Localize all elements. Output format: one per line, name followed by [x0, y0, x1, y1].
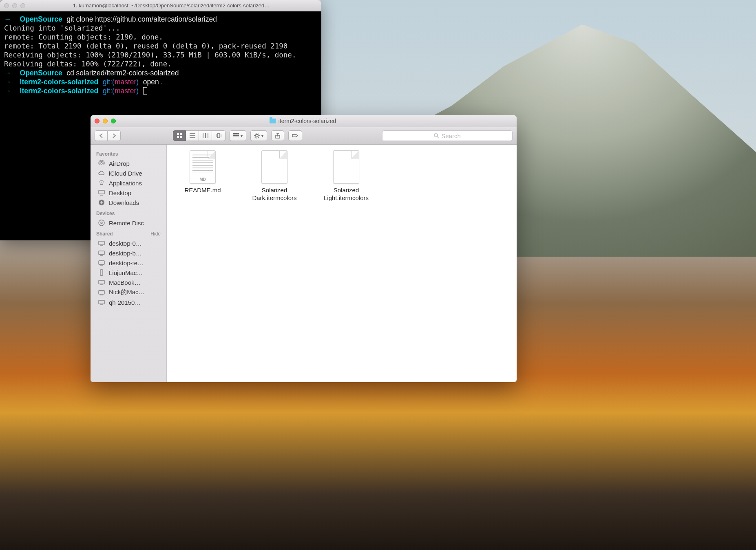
svg-rect-45 [99, 280, 104, 284]
svg-line-26 [255, 137, 256, 138]
pc-icon [98, 299, 105, 306]
svg-rect-42 [99, 261, 104, 264]
arrange-button[interactable]: ▾ [230, 130, 246, 141]
airdrop-icon [98, 160, 105, 167]
back-button[interactable] [95, 130, 108, 141]
minimize-icon[interactable] [103, 119, 108, 123]
svg-line-24 [255, 134, 256, 134]
coverflow-view-button[interactable] [212, 130, 225, 141]
desktop-icon [98, 189, 105, 196]
svg-rect-40 [99, 251, 104, 255]
zoom-icon[interactable] [111, 119, 116, 123]
terminal-titlebar[interactable]: 1. kumamon@localhost: ~/Desktop/OpenSour… [0, 0, 321, 11]
svg-point-31 [101, 163, 102, 164]
column-view-button[interactable] [199, 130, 212, 141]
pc-icon [98, 289, 105, 296]
svg-rect-3 [180, 136, 182, 138]
finder-titlebar[interactable]: iterm2-colors-solarized [91, 115, 517, 127]
svg-point-19 [256, 134, 258, 137]
svg-line-25 [258, 137, 259, 138]
sidebar-item[interactable]: Nick的Mac… [91, 287, 166, 297]
sidebar-item[interactable]: Desktop [91, 188, 166, 198]
sidebar-item[interactable]: Downloads [91, 198, 166, 207]
downloads-icon [98, 199, 105, 206]
file-icon [261, 150, 287, 184]
pc-icon [98, 259, 105, 266]
svg-rect-15 [237, 133, 239, 134]
close-icon[interactable] [95, 119, 99, 123]
sidebar-item[interactable]: MacBook… [91, 277, 166, 287]
tower-icon [98, 269, 105, 276]
action-button[interactable]: ▾ [250, 130, 267, 141]
svg-point-29 [434, 134, 438, 137]
file-label: Solarized Light.itermcolors [318, 186, 375, 202]
close-icon[interactable] [4, 3, 9, 8]
svg-rect-47 [99, 290, 104, 294]
sidebar-item[interactable]: AirDrop [91, 158, 166, 168]
share-button[interactable] [271, 130, 284, 141]
sidebar-item[interactable]: Remote Disc [91, 218, 166, 228]
finder-window: iterm2-colors-solarized [91, 115, 517, 382]
nav-buttons [95, 130, 121, 141]
svg-rect-2 [177, 136, 179, 138]
svg-rect-44 [100, 270, 103, 275]
sidebar-item[interactable]: desktop-0… [91, 238, 166, 248]
svg-rect-16 [233, 135, 235, 136]
pc-icon [98, 240, 105, 247]
sidebar-header-devices: Devices [91, 207, 166, 218]
svg-rect-0 [177, 133, 179, 135]
disc-icon [98, 219, 105, 227]
svg-rect-10 [217, 134, 220, 138]
terminal-title: 1. kumamon@localhost: ~/Desktop/OpenSour… [25, 2, 317, 9]
file-label: Solarized Dark.itermcolors [246, 186, 303, 202]
finder-title: iterm2-colors-solarized [279, 118, 336, 124]
file-icon [190, 150, 216, 184]
search-input[interactable]: Search [382, 130, 513, 141]
minimize-icon[interactable] [12, 3, 17, 8]
svg-rect-33 [99, 190, 104, 194]
view-buttons [173, 130, 225, 141]
file-item[interactable]: Solarized Light.itermcolors [318, 150, 375, 202]
folder-icon [270, 119, 276, 123]
pc-icon [98, 279, 105, 286]
svg-point-37 [101, 222, 102, 224]
svg-rect-18 [237, 135, 239, 136]
svg-rect-14 [235, 133, 237, 134]
apps-icon [98, 179, 105, 187]
forward-button[interactable] [108, 130, 121, 141]
sidebar-header-shared: Shared Hide [91, 228, 166, 238]
hide-button[interactable]: Hide [150, 231, 161, 237]
search-icon [434, 133, 439, 139]
file-grid[interactable]: README.mdSolarized Dark.itermcolorsSolar… [167, 145, 517, 382]
file-label: README.md [184, 186, 221, 194]
file-item[interactable]: Solarized Dark.itermcolors [246, 150, 303, 202]
file-icon [333, 150, 359, 184]
sidebar-item[interactable]: LiujunMac… [91, 268, 166, 277]
sidebar-item[interactable]: Applications [91, 178, 166, 188]
sidebar-header-favorites: Favorites [91, 148, 166, 158]
svg-rect-17 [235, 135, 237, 136]
cloud-icon [98, 169, 105, 177]
search-placeholder: Search [441, 132, 461, 139]
tags-button[interactable] [288, 130, 302, 141]
sidebar-item[interactable]: iCloud Drive [91, 168, 166, 178]
file-item[interactable]: README.md [174, 150, 231, 194]
finder-sidebar: Favorites AirDropiCloud DriveApplication… [91, 145, 167, 382]
terminal-content[interactable]: → OpenSource git clone https://github.co… [0, 11, 321, 99]
svg-rect-49 [99, 300, 104, 304]
zoom-icon[interactable] [20, 3, 25, 8]
sidebar-item[interactable]: qh-20150… [91, 297, 166, 307]
svg-rect-1 [180, 133, 182, 135]
sidebar-item[interactable]: desktop-b… [91, 248, 166, 258]
icon-view-button[interactable] [173, 130, 186, 141]
svg-rect-13 [233, 133, 235, 134]
list-view-button[interactable] [186, 130, 199, 141]
pc-icon [98, 249, 105, 257]
svg-line-27 [258, 134, 259, 134]
svg-rect-38 [99, 241, 104, 245]
finder-toolbar: ▾ ▾ Search [91, 127, 517, 145]
svg-point-36 [99, 220, 104, 226]
svg-line-30 [437, 136, 439, 138]
sidebar-item[interactable]: desktop-te… [91, 258, 166, 268]
